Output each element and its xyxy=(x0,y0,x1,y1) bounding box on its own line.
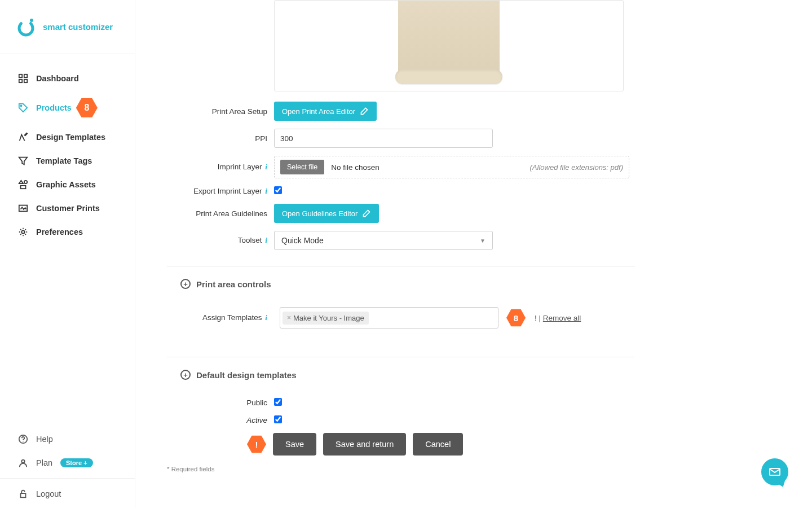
assign-templates-input[interactable]: × Make it Yours - Image xyxy=(280,307,498,329)
sidebar-help[interactable]: Help xyxy=(0,427,135,451)
dashboard-icon xyxy=(18,73,28,84)
label-print-area-setup: Print Area Setup xyxy=(167,107,274,116)
brand-name: smart customizer xyxy=(43,22,113,32)
sidebar-item-preferences[interactable]: Preferences xyxy=(0,220,135,244)
callout-badge: 8 xyxy=(76,97,98,119)
print-area-settings-section: Print Area Setup Open Print Area Editor … xyxy=(167,102,635,266)
sidebar-item-label: Template Tags xyxy=(36,156,92,165)
plus-circle-icon[interactable]: + xyxy=(180,370,191,380)
open-guidelines-editor-button[interactable]: Open Guidelines Editor xyxy=(274,204,379,223)
svg-rect-2 xyxy=(19,75,22,77)
row-guidelines: Print Area Guidelines Open Guidelines Ed… xyxy=(167,204,635,223)
edit-icon xyxy=(362,209,371,218)
row-export-imprint: Export Imprint Layer i xyxy=(167,186,635,196)
export-imprint-checkbox[interactable] xyxy=(274,186,282,194)
info-icon[interactable]: i xyxy=(265,187,267,195)
label-export-imprint: Export Imprint Layer i xyxy=(167,187,274,196)
collapsible-header-default-templates[interactable]: + Default design templates xyxy=(167,357,635,388)
label-ppi: PPI xyxy=(167,134,274,143)
chat-fab[interactable] xyxy=(761,458,788,485)
sidebar-help-label: Help xyxy=(36,435,53,444)
ppi-input[interactable] xyxy=(274,129,493,148)
collapsible-header-print-area-controls[interactable]: + Print area controls xyxy=(167,266,635,297)
sidebar-item-label: Products xyxy=(36,103,72,112)
select-file-button[interactable]: Select file xyxy=(280,160,324,174)
button-label: Open Guidelines Editor xyxy=(282,209,358,218)
chip-remove-icon[interactable]: × xyxy=(287,314,291,322)
svg-point-13 xyxy=(21,460,24,463)
sidebar-item-template-tags[interactable]: Template Tags xyxy=(0,149,135,173)
remove-all-link[interactable]: Remove all xyxy=(543,314,581,322)
file-drop-area[interactable]: Select file No file chosen (Allowed file… xyxy=(274,156,629,178)
button-label: Open Print Area Editor xyxy=(282,107,355,116)
product-image xyxy=(398,0,500,78)
design-icon xyxy=(18,132,28,142)
sidebar-item-label: Customer Prints xyxy=(36,204,100,213)
no-file-text: No file chosen xyxy=(331,163,379,172)
sidebar-item-dashboard[interactable]: Dashboard xyxy=(0,67,135,90)
sidebar-footer: Help Plan Store + Logout xyxy=(0,427,135,508)
svg-rect-8 xyxy=(21,186,26,189)
prints-icon xyxy=(18,203,28,213)
sidebar-logout-label: Logout xyxy=(36,489,61,498)
public-checkbox[interactable] xyxy=(274,398,282,406)
edit-icon xyxy=(360,107,369,116)
row-active: Active xyxy=(167,415,635,425)
action-buttons-row: ! Save Save and return Cancel xyxy=(167,433,635,456)
sidebar-logout[interactable]: Logout xyxy=(0,482,135,506)
sidebar-item-label: Preferences xyxy=(36,227,83,237)
callout-badge: 8 xyxy=(506,308,526,327)
svg-point-1 xyxy=(30,19,33,22)
info-icon[interactable]: i xyxy=(265,163,267,171)
assign-links: ! | Remove all xyxy=(535,314,581,322)
section-default-design-templates: + Default design templates Public Active… xyxy=(167,357,635,472)
lock-icon xyxy=(18,489,28,499)
mail-icon xyxy=(768,465,782,479)
sidebar-plan-label: Plan xyxy=(36,458,52,467)
active-checkbox[interactable] xyxy=(274,415,282,423)
save-button[interactable]: Save xyxy=(273,433,316,456)
label-guidelines: Print Area Guidelines xyxy=(167,209,274,218)
section-print-area-controls: + Print area controls Assign Templates i… xyxy=(167,266,635,357)
section-title: Default design templates xyxy=(196,370,297,380)
select-value: Quick Mode xyxy=(281,236,324,245)
svg-rect-3 xyxy=(24,75,27,77)
row-toolset: Toolset i Quick Mode ▼ xyxy=(167,231,635,250)
cancel-button[interactable]: Cancel xyxy=(413,433,463,456)
open-print-area-editor-button[interactable]: Open Print Area Editor xyxy=(274,102,377,121)
plus-circle-icon[interactable]: + xyxy=(180,279,191,289)
chip-label: Make it Yours - Image xyxy=(293,314,364,322)
plan-pill: Store + xyxy=(60,458,93,467)
required-fields-note: * Required fields xyxy=(167,466,635,472)
svg-point-7 xyxy=(24,181,27,183)
gear-icon xyxy=(18,227,28,237)
main-content: Print Area Setup Open Print Area Editor … xyxy=(135,0,812,508)
sidebar-nav: Dashboard Products 8 Design Templates Te… xyxy=(0,54,135,427)
save-and-return-button[interactable]: Save and return xyxy=(323,433,406,456)
filter-icon xyxy=(18,156,28,166)
sidebar-plan[interactable]: Plan Store + xyxy=(0,451,135,475)
divider xyxy=(0,478,135,479)
svg-rect-14 xyxy=(21,493,26,497)
sidebar-item-customer-prints[interactable]: Customer Prints xyxy=(0,196,135,220)
label-public: Public xyxy=(167,398,274,407)
callout-badge: ! xyxy=(247,435,266,454)
shapes-icon xyxy=(18,179,28,190)
sidebar-item-graphic-assets[interactable]: Graphic Assets xyxy=(0,173,135,196)
brand: smart customizer xyxy=(0,0,135,54)
svg-rect-4 xyxy=(19,80,22,82)
template-tag-chip[interactable]: × Make it Yours - Image xyxy=(283,312,369,325)
label-active: Active xyxy=(167,416,274,424)
sidebar-item-label: Dashboard xyxy=(36,74,79,83)
toolset-select[interactable]: Quick Mode ▼ xyxy=(274,231,493,250)
svg-rect-5 xyxy=(24,80,27,82)
info-icon[interactable]: i xyxy=(265,236,267,244)
chevron-down-icon: ▼ xyxy=(480,238,486,244)
row-public: Public xyxy=(167,398,635,408)
sidebar-item-design-templates[interactable]: Design Templates xyxy=(0,125,135,149)
sidebar-item-products[interactable]: Products 8 xyxy=(0,90,135,125)
svg-point-6 xyxy=(20,105,21,106)
info-icon[interactable]: i xyxy=(265,313,267,322)
svg-point-12 xyxy=(23,441,23,442)
label-imprint-layer: Imprint Layer i xyxy=(167,163,274,172)
